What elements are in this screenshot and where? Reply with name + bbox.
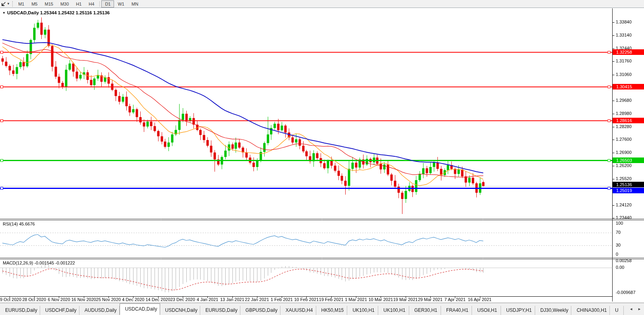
timeframe-button-d1[interactable]: D1 [101, 0, 114, 8]
symbol-tab-fra40-h1[interactable]: FRA40,H1 [441, 306, 472, 315]
hline-price-label[interactable]: 1.28616 [613, 118, 644, 123]
symbol-tab-audusd-daily[interactable]: AUDUSD,Daily [79, 306, 120, 315]
symbol-tab-hk50-m15[interactable]: HK50,M15 [316, 306, 348, 315]
price-axis-tick: 1.28280 [616, 124, 632, 129]
symbol-tab-ger30-h1[interactable]: GER30,H1 [409, 306, 441, 315]
symbol-tab-eurusd-daily[interactable]: EURUSD,Daily [200, 306, 240, 315]
chart-symbol-label: USDCAD,Daily [7, 10, 39, 15]
symbol-tab-uk100-h1[interactable]: UK100,H1 [378, 306, 409, 315]
timeframe-button-m1[interactable]: M1 [15, 0, 28, 8]
current-price-label: 1.25136 [613, 182, 644, 187]
tool-dropdown-icon[interactable]: ▼ [7, 2, 10, 6]
hline-price-label[interactable]: 1.26503 [613, 158, 644, 163]
toolbar-grip[interactable] [12, 1, 13, 7]
price-axis-tick: 1.31760 [616, 58, 632, 63]
hline-price-label[interactable]: 1.30415 [613, 84, 644, 89]
cursor-tool-icon[interactable] [1, 1, 6, 7]
hline-price-label[interactable]: 1.25019 [613, 188, 644, 193]
macd-indicator-label: MACD(12,26,9) -0.001545 -0.001222 [3, 261, 75, 265]
timeframe-button-h4[interactable]: H4 [85, 0, 98, 8]
timeframe-button-m15[interactable]: M15 [41, 0, 56, 8]
timeframe-button-mn[interactable]: MN [128, 0, 142, 8]
toolbar-separator [99, 1, 100, 7]
mt4-chart-window: ▼ M1M5M15M30H1H4D1W1MN ▼USDCAD,Daily 1.2… [0, 0, 644, 315]
symbol-tab-usdcad-daily[interactable]: USDCAD,Daily [120, 303, 160, 315]
hline-price-label[interactable]: 1.32258 [613, 49, 644, 55]
symbol-tab-dj30-weekly[interactable]: DJ30,Weekly [535, 306, 572, 315]
price-axis-tick: 1.27600 [616, 137, 632, 142]
chart-ohlc-values: 1.25344 1.25432 1.25116 1.25136 [40, 10, 110, 15]
rsi-axis-tick: 100 [616, 221, 623, 226]
symbol-tab-uk100-h1[interactable]: UK100,H1 [347, 306, 378, 315]
symbol-tab-usdchf-daily[interactable]: USDCHF,Daily [40, 306, 79, 315]
price-axis-tick: 1.33840 [616, 19, 632, 24]
timeframe-button-m5[interactable]: M5 [28, 0, 41, 8]
tab-scroll-arrows: ◄ ► [627, 303, 644, 315]
symbol-tab-eurusd-daily[interactable]: EURUSD,Daily [0, 306, 40, 315]
price-axis-tick: 1.33140 [616, 33, 632, 37]
symbol-tab-usdjpy-h1[interactable]: USDJPY,H1 [501, 306, 535, 315]
price-axis-tick: 1.25520 [616, 176, 632, 181]
macd-axis-tick: 0.00258 [616, 258, 632, 263]
price-axis-tick: 1.26900 [616, 150, 632, 155]
symbol-tab-usdcnh-daily[interactable]: USDCNH,Daily [160, 306, 200, 315]
symbol-tabbar: EURUSD,DailyUSDCHF,DailyAUDUSD,DailyUSDC… [0, 303, 644, 315]
chart-title: ▼USDCAD,Daily 1.25344 1.25432 1.25116 1.… [2, 10, 110, 15]
tab-scroll-right-icon[interactable]: ► [636, 306, 642, 312]
symbol-dropdown-icon[interactable]: ▼ [2, 11, 6, 15]
price-axis-tick: 1.28980 [616, 111, 632, 116]
macd-axis-tick: -0.009687 [616, 290, 636, 295]
symbol-tab-china300-h1[interactable]: CHINA300,H1 [571, 306, 610, 315]
timeframe-toolbar: ▼ M1M5M15M30H1H4D1W1MN [0, 0, 644, 8]
tab-scroll-left-icon[interactable]: ◄ [628, 306, 634, 312]
price-axis-tick: 1.31060 [616, 72, 632, 77]
rsi-axis-tick: 30 [616, 243, 621, 247]
rsi-indicator-label: RSI(14) 45.6676 [3, 222, 35, 226]
price-axis-tick: 1.26200 [616, 163, 632, 168]
rsi-axis-tick: 70 [616, 230, 621, 235]
price-axis-tick: 1.23440 [616, 215, 632, 220]
chart-canvas[interactable] [0, 0, 644, 315]
macd-axis-tick: 0.00 [616, 265, 624, 270]
symbol-tab-usoil-h1[interactable]: USOil,H1 [472, 306, 501, 315]
price-axis-tick: 1.29680 [616, 98, 632, 103]
date-axis-tick: 16 Apr 2021 [463, 297, 497, 302]
price-axis-tick: 1.24120 [616, 202, 632, 207]
rsi-axis-tick: 0 [616, 252, 618, 257]
symbol-tab-gbpusd-daily[interactable]: GBPUSD,Daily [240, 306, 280, 315]
timeframe-button-m30[interactable]: M30 [57, 0, 72, 8]
symbol-tab-u[interactable]: U [610, 306, 624, 315]
symbol-tab-xauusd-h4[interactable]: XAUUSD,H4 [280, 306, 316, 315]
timeframe-button-h1[interactable]: H1 [72, 0, 85, 8]
timeframe-button-w1[interactable]: W1 [114, 0, 128, 8]
